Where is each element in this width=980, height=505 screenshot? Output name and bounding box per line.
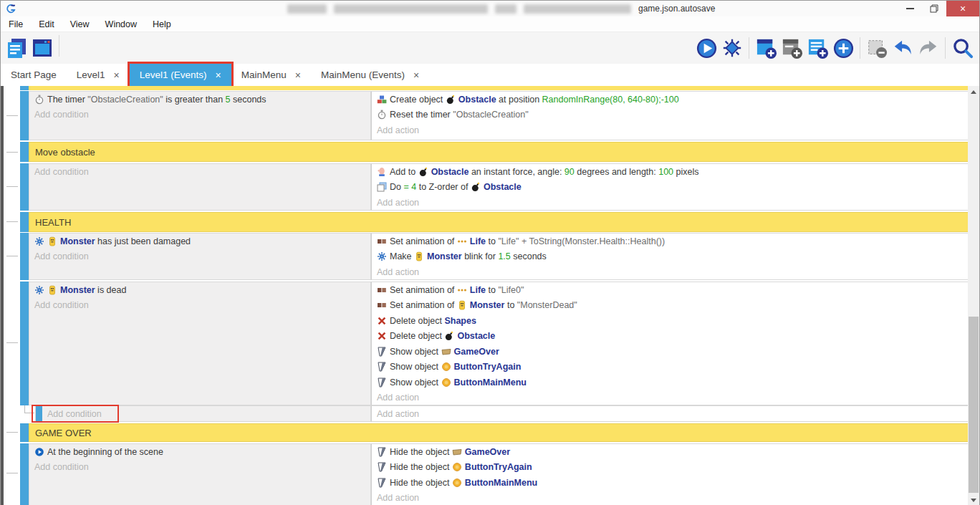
event-selection-bar[interactable] (20, 423, 29, 442)
sub-event-selection-bar[interactable] (36, 406, 42, 421)
tab-close-icon[interactable]: × (216, 69, 221, 81)
condition-row[interactable]: The timer "ObstacleCreation" is greater … (29, 92, 370, 107)
menu-file[interactable]: File (1, 16, 31, 32)
action-row[interactable]: Do = 4 to Z-order of Obstacle (372, 180, 969, 196)
condition-row[interactable]: At the beginning of the scene (29, 444, 370, 460)
event-selection-bar[interactable] (20, 163, 29, 211)
menu-view[interactable]: View (62, 16, 97, 32)
comment-text[interactable]: HEALTH (29, 212, 969, 232)
show-object-icon (377, 347, 387, 357)
add-condition[interactable]: Add condition (42, 406, 102, 421)
toolbar (1, 32, 979, 64)
scene-start-icon (34, 447, 44, 457)
condition-row[interactable]: Monster has just been damaged (29, 234, 370, 249)
event-selection-bar[interactable] (20, 443, 29, 505)
add-condition[interactable]: Add condition (29, 164, 370, 180)
action-row[interactable]: Hide the object GameOver (372, 444, 969, 460)
scroll-up-button[interactable] (968, 86, 979, 97)
scroll-down-icon (971, 499, 976, 502)
event-selection-bar[interactable] (20, 91, 29, 140)
add-other-event-button[interactable] (830, 35, 856, 61)
sub-conditions-cell: Add condition (35, 405, 371, 422)
comment-game-over: GAME OVER (20, 423, 969, 442)
game-over-banner-icon (441, 347, 451, 357)
tab-level1-events[interactable]: Level1 (Events) × (130, 64, 231, 86)
vertical-scrollbar[interactable] (968, 86, 979, 505)
animation-icon (377, 285, 387, 295)
close-button[interactable]: × (946, 1, 979, 16)
add-action[interactable]: Add action (372, 491, 969, 505)
restore-button[interactable] (922, 1, 946, 16)
add-action[interactable]: Add action (372, 122, 969, 138)
action-row[interactable]: Set animation of Monster to "MonsterDead… (372, 298, 969, 314)
tab-mainmenu-events[interactable]: MainMenu (Events) × (311, 64, 429, 86)
project-manager-button[interactable] (4, 35, 29, 61)
debug-button[interactable] (719, 35, 745, 61)
action-row[interactable]: Make Monster blink for 1.5 seconds (372, 249, 969, 265)
scene-editor-button[interactable] (29, 35, 55, 61)
window-title: game.json.autosave (287, 4, 715, 14)
action-row[interactable]: Delete object Shapes (372, 313, 969, 329)
tab-close-icon[interactable]: × (114, 69, 120, 81)
event-selection-bar[interactable] (20, 282, 29, 405)
hide-object-icon (377, 447, 387, 457)
menu-help[interactable]: Help (145, 16, 179, 32)
action-row[interactable]: Set animation of Life to "Life0" (372, 282, 969, 298)
add-action[interactable]: Add action (372, 195, 969, 211)
event-selection-bar[interactable] (20, 142, 29, 162)
action-row[interactable]: Show object GameOver (372, 344, 969, 360)
action-row[interactable]: Hide the object ButtonMainMenu (372, 475, 969, 491)
action-row[interactable]: Add to Obstacle an instant force, angle:… (372, 164, 969, 180)
add-condition[interactable]: Add condition (29, 249, 370, 265)
preview-button[interactable] (693, 35, 719, 61)
event-selection-bar[interactable] (20, 233, 29, 280)
scrollbar-thumb[interactable] (969, 317, 979, 493)
tab-start-page[interactable]: Start Page (1, 64, 67, 86)
action-row[interactable]: Show object ButtonMainMenu (372, 375, 969, 390)
action-row[interactable]: Show object ButtonTryAgain (372, 360, 969, 375)
comment-text[interactable]: GAME OVER (29, 423, 969, 442)
bomb-icon (446, 95, 456, 105)
add-action[interactable]: Add action (372, 406, 969, 421)
life-dots-icon (457, 236, 467, 246)
restore-icon (930, 4, 938, 13)
add-sub-event-button[interactable] (779, 35, 804, 61)
menu-window[interactable]: Window (97, 16, 145, 32)
add-condition[interactable]: Add condition (29, 298, 370, 314)
add-condition[interactable]: Add condition (29, 107, 370, 123)
conditions-cell: At the beginning of the scene Add condit… (29, 443, 371, 505)
tab-close-icon[interactable]: × (295, 69, 301, 81)
action-row[interactable]: Reset the timer "ObstacleCreation" (372, 107, 969, 123)
add-circle-icon (832, 37, 855, 59)
comment-row-partial[interactable] (20, 86, 969, 90)
action-row[interactable]: Set animation of Life to "Life" + ToStri… (372, 234, 969, 249)
search-button[interactable] (949, 35, 975, 61)
add-action[interactable]: Add action (372, 390, 969, 406)
tab-level1[interactable]: Level1 × (67, 64, 130, 86)
tab-close-icon[interactable]: × (413, 69, 419, 81)
comment-text[interactable]: Move obstacle (29, 142, 969, 162)
menu-edit[interactable]: Edit (31, 16, 62, 32)
show-object-icon (377, 362, 387, 372)
action-row[interactable]: Delete object Obstacle (372, 329, 969, 345)
add-condition[interactable]: Add condition (29, 460, 370, 476)
scroll-down-button[interactable] (968, 494, 979, 505)
add-comment-button[interactable] (804, 35, 830, 61)
actions-cell: Hide the object GameOver Hide the object… (371, 443, 969, 505)
add-action[interactable]: Add action (372, 264, 969, 280)
event-selection-bar[interactable] (20, 212, 29, 232)
delete-event-button[interactable] (864, 35, 890, 61)
menu-bar: File Edit View Window Help (1, 16, 979, 32)
tab-mainmenu[interactable]: MainMenu × (231, 64, 311, 86)
health-behavior-icon (34, 285, 44, 295)
minimize-button[interactable] (898, 1, 922, 16)
action-row[interactable]: Create object Obstacle at position Rando… (372, 92, 969, 107)
redacted-title-text (334, 4, 488, 14)
condition-row[interactable]: Monster is dead (29, 282, 370, 298)
bomb-icon (418, 167, 428, 177)
action-row[interactable]: Hide the object ButtonTryAgain (372, 460, 969, 476)
undo-button[interactable] (890, 35, 916, 61)
add-event-button[interactable] (753, 35, 779, 61)
redo-button[interactable] (916, 35, 941, 61)
tab-label: Level1 (77, 69, 105, 80)
